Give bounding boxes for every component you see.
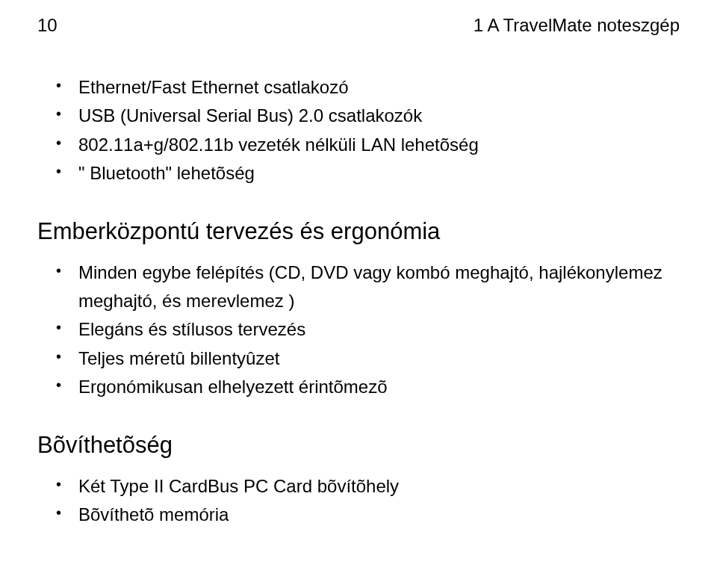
list-item: USB (Universal Serial Bus) 2.0 csatlakoz… <box>37 102 680 130</box>
section-heading-ergonomia: Emberközpontú tervezés és ergonómia <box>37 218 680 245</box>
list-item: Teljes méretû billentyûzet <box>37 344 680 373</box>
list-item: Ergonómikusan elhelyezett érintõmezõ <box>37 373 680 401</box>
list-item: 802.11a+g/802.11b vezeték nélküli LAN le… <box>37 131 680 159</box>
list-item: Minden egybe felépítés (CD, DVD vagy kom… <box>37 259 680 316</box>
list-item: " Bluetooth" lehetõség <box>37 159 680 188</box>
section-heading-bovithetoseg: Bõvíthetõség <box>37 432 680 459</box>
list-item: Bõvíthetõ memória <box>37 501 680 529</box>
page-number: 10 <box>37 15 58 36</box>
page-header: 10 1 A TravelMate noteszgép <box>37 15 680 36</box>
list-item: Két Type II CardBus PC Card bõvítõhely <box>37 472 680 501</box>
page-content: 10 1 A TravelMate noteszgép Ethernet/Fas… <box>0 0 717 529</box>
ergonomia-list: Minden egybe felépítés (CD, DVD vagy kom… <box>37 259 680 402</box>
chapter-title: 1 A TravelMate noteszgép <box>474 15 680 36</box>
list-item: Elegáns és stílusos tervezés <box>37 315 680 344</box>
connectors-list: Ethernet/Fast Ethernet csatlakozó USB (U… <box>37 73 680 188</box>
bovithetoseg-list: Két Type II CardBus PC Card bõvítõhely B… <box>37 472 680 530</box>
list-item: Ethernet/Fast Ethernet csatlakozó <box>37 73 680 102</box>
